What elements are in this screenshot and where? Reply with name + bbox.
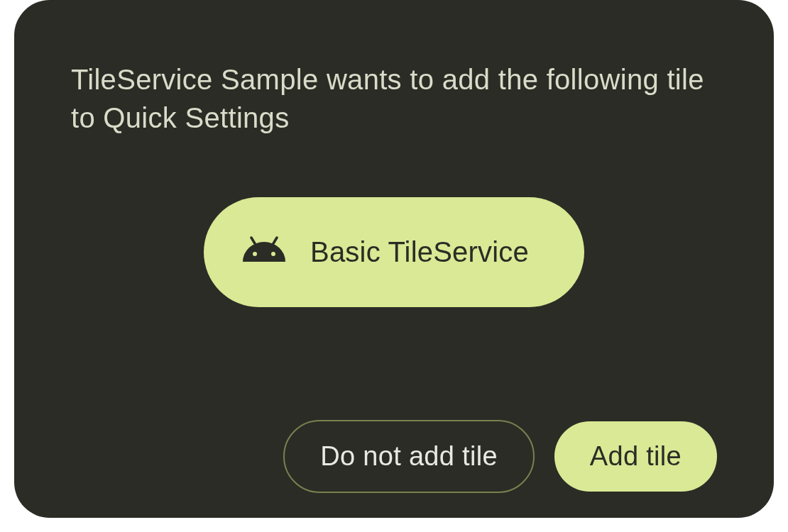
- do-not-add-tile-button[interactable]: Do not add tile: [283, 420, 535, 493]
- tile-preview-pill: Basic TileService: [204, 197, 584, 307]
- add-tile-button[interactable]: Add tile: [554, 421, 717, 492]
- add-tile-dialog: TileService Sample wants to add the foll…: [14, 0, 774, 518]
- svg-line-1: [273, 238, 277, 245]
- tile-label: Basic TileService: [310, 236, 529, 268]
- dialog-actions: Do not add tile Add tile: [283, 420, 717, 493]
- svg-point-2: [253, 252, 257, 256]
- tile-preview-container: Basic TileService: [71, 197, 717, 307]
- svg-point-3: [271, 252, 275, 256]
- dialog-prompt: TileService Sample wants to add the foll…: [71, 60, 717, 137]
- android-icon: [243, 236, 285, 268]
- svg-line-0: [251, 238, 256, 245]
